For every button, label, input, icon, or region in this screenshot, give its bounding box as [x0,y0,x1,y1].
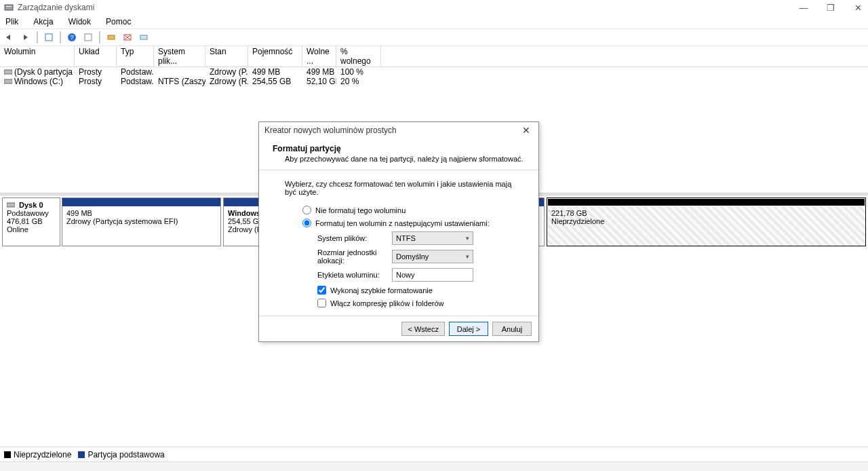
help-icon[interactable]: ? [65,31,79,44]
volume-label-label: Etykieta woluminu: [317,271,392,279]
table-row[interactable]: Windows (C:) Prosty Podstaw... NTFS (Zas… [0,77,868,86]
disk-icon [7,202,15,208]
alloc-label: Rozmiar jednostki alokacji: [317,248,392,265]
disk-info[interactable]: Dysk 0 Podstawowy 476,81 GB Online [2,197,60,246]
radio-no-format[interactable] [302,206,311,214]
col-capacity[interactable]: Pojemność [248,46,302,67]
cell: (Dysk 0 partycja 1) [14,67,75,77]
dialog-footer: < Wstecz Dalej > Anuluj [259,316,538,341]
wizard-dialog: Kreator nowych woluminów prostych ✕ Form… [258,121,539,342]
action2-icon[interactable] [121,31,134,44]
svg-rect-1 [6,6,12,7]
separator [37,31,38,43]
cell: 499 MB [302,67,336,77]
back-button[interactable]: < Wstecz [401,322,445,336]
dialog-intro: Wybierz, czy chcesz formatować ten wolum… [275,180,522,196]
minimize-button[interactable]: — [797,3,810,13]
cancel-button[interactable]: Anuluj [492,322,532,336]
legend: Nieprzydzielone Partycja podstawowa [0,447,868,461]
alloc-dropdown[interactable]: Domyślny▾ [392,250,473,263]
col-pct[interactable]: % wolnego [336,46,381,67]
cell: 20 % [336,77,381,86]
col-free[interactable]: Wolne ... [302,46,336,67]
close-button[interactable]: ✕ [852,3,864,13]
back-icon[interactable] [3,31,16,44]
disk-mgmt-icon [4,3,14,12]
separator [60,31,61,43]
legend-swatch-unalloc [4,451,11,458]
cell: 52,10 GB [302,77,336,86]
cell: 254,55 GB [248,77,302,86]
chevron-down-icon: ▾ [466,235,469,242]
dialog-titlebar: Kreator nowych woluminów prostych ✕ [259,122,538,138]
dialog-subheading: Aby przechowywać dane na tej partycji, n… [273,153,525,163]
action3-icon[interactable] [137,31,151,44]
volume-label-input[interactable]: Nowy [392,268,473,282]
partition-efi[interactable]: 499 MB Zdrowy (Partycja systemowa EFI) [62,197,221,246]
svg-rect-11 [7,203,15,207]
col-layout[interactable]: Układ [75,46,117,67]
col-type[interactable]: Typ [117,46,154,67]
cell: Zdrowy (P... [205,67,248,77]
refresh-icon[interactable] [42,31,56,44]
menu-view[interactable]: Widok [66,16,94,27]
compression-checkbox[interactable] [317,299,326,307]
svg-rect-8 [140,35,147,39]
menubar: Plik Akcja Widok Pomoc [0,15,868,29]
cell: Podstaw... [117,77,154,86]
compression-label: Włącz kompresję plików i folderów [330,299,444,307]
volume-icon [4,69,12,75]
radio-no-format-label: Nie formatuj tego woluminu [315,206,406,214]
app-title: Zarządzanie dyskami [18,3,94,12]
cell: Prosty [75,67,117,77]
col-status[interactable]: Stan [205,46,248,67]
chevron-down-icon: ▾ [466,253,469,260]
forward-icon[interactable] [19,31,33,44]
cell: Windows (C:) [14,77,63,86]
action1-icon[interactable] [104,31,118,44]
maximize-button[interactable]: ❐ [825,3,837,13]
titlebar: Zarządzanie dyskami — ❐ ✕ [0,0,868,15]
svg-rect-0 [5,5,13,10]
toolbar: ? [0,29,868,46]
cell: 100 % [336,67,381,77]
props-icon[interactable] [81,31,95,44]
fs-label: System plików: [317,234,392,242]
svg-rect-9 [4,70,12,74]
svg-rect-6 [108,35,115,39]
close-icon[interactable]: ✕ [519,125,533,136]
col-fs[interactable]: System plik... [154,46,205,67]
legend-swatch-primary [78,451,85,458]
svg-rect-10 [4,79,12,83]
volume-icon [4,78,12,85]
cell: Zdrowy (R... [205,77,248,86]
menu-help[interactable]: Pomoc [103,16,134,27]
svg-text:?: ? [70,34,73,41]
filesystem-dropdown[interactable]: NTFS▾ [392,231,473,245]
next-button[interactable]: Dalej > [449,322,488,336]
radio-format[interactable] [302,219,311,227]
table-row[interactable]: (Dysk 0 partycja 1) Prosty Podstaw... Zd… [0,67,868,77]
dialog-heading: Formatuj partycję [273,144,525,153]
cell: NTFS (Zaszy... [154,77,205,86]
svg-rect-5 [85,34,92,41]
cell: 499 MB [248,67,302,77]
cell: Prosty [75,77,117,86]
cell [154,67,205,77]
col-volume[interactable]: Wolumin [0,46,75,67]
menu-action[interactable]: Akcja [31,16,56,27]
quick-format-checkbox[interactable] [317,286,326,295]
dialog-header: Formatuj partycję Aby przechowywać dane … [259,138,538,170]
svg-rect-2 [45,34,52,41]
partition-unallocated[interactable]: 221,78 GB Nieprzydzielone [547,197,866,246]
separator [99,31,100,43]
cell: Podstaw... [117,67,154,77]
quick-format-label: Wykonaj szybkie formatowanie [330,286,433,295]
dialog-title: Kreator nowych woluminów prostych [264,126,397,135]
menu-file[interactable]: Plik [3,16,21,27]
volume-list-header: Wolumin Układ Typ System plik... Stan Po… [0,46,868,67]
statusbar [0,461,868,471]
radio-format-label: Formatuj ten wolumin z następującymi ust… [315,219,490,227]
